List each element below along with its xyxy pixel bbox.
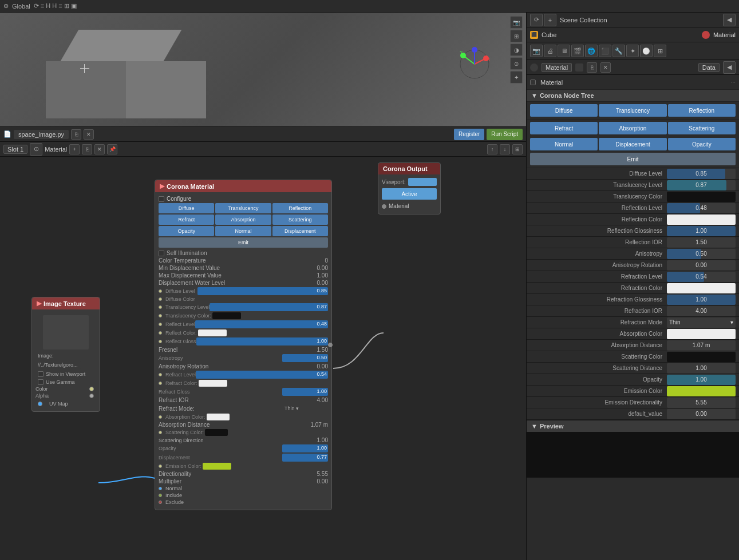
slot-icon[interactable]: ⊙ [30, 143, 42, 156]
props-icon-scene[interactable]: 🎬 [571, 45, 584, 57]
corona-diffuse-btn[interactable]: Diffuse [530, 104, 598, 117]
prop-reflection-ior-value[interactable]: 1.50 [667, 237, 736, 248]
props-panel[interactable]: 📷 🖨 🖥 🎬 🌐 ⬛ 🔧 ✦ ⚪ ⊞ Material ⎘ ✕ Data [527, 42, 739, 560]
vp-btn-grid[interactable]: ⊞ [510, 30, 523, 42]
prop-absorption-color-swatch[interactable] [667, 329, 736, 339]
mat-copy-btn[interactable]: ⎘ [587, 62, 597, 73]
scattering-btn[interactable]: Scattering [272, 215, 328, 225]
use-gamma-check[interactable] [38, 379, 44, 385]
prop-default-val-value[interactable]: 0.00 [667, 409, 736, 419]
view-btn-3[interactable]: ⊞ [512, 144, 523, 154]
view-btn-1[interactable]: ↑ [487, 144, 497, 154]
material-x[interactable]: ✕ [94, 144, 105, 154]
corona-scattering-btn[interactable]: Scattering [668, 122, 736, 134]
corona-translucency-btn[interactable]: Translucency [599, 104, 666, 117]
mat-expand-btn[interactable]: ◀ [723, 61, 736, 74]
props-icon-render[interactable]: 📷 [530, 45, 543, 57]
prop-reflection-gloss-value[interactable]: 1.00 [667, 226, 736, 236]
prop-refraction-mode-dropdown[interactable]: Thin ▾ [667, 317, 736, 328]
slot-selector[interactable]: Slot 1 [3, 145, 27, 154]
header-icon-1[interactable]: ⟳ [530, 14, 543, 26]
vp-btn-shading[interactable]: ◑ [510, 43, 523, 56]
script-tab[interactable]: space_image.py [14, 130, 69, 139]
prop-diffuse-level-value[interactable]: 0.85 [667, 169, 736, 179]
uv-socket[interactable] [38, 402, 42, 406]
refract-btn[interactable]: Refract [159, 215, 214, 225]
image-texture-node[interactable]: ▶ Image Texture Image: //../Texturelgoro… [31, 297, 100, 412]
header-icon-2[interactable]: + [544, 14, 556, 26]
alpha-socket[interactable] [89, 394, 94, 398]
props-icon-view[interactable]: 🖥 [558, 45, 570, 57]
corona-reflection-btn[interactable]: Reflection [668, 104, 736, 117]
prop-scattering-color-swatch[interactable] [667, 352, 736, 362]
color-temp-val[interactable]: 0 [325, 257, 328, 264]
material-socket[interactable] [382, 204, 386, 209]
reflection-btn[interactable]: Reflection [272, 203, 328, 213]
vp-btn-camera[interactable]: 📷 [510, 16, 523, 29]
preview-header[interactable]: ▼ Preview [527, 420, 739, 432]
image-path-val[interactable]: //../Texturelgoro... [38, 362, 78, 368]
material-out-socket[interactable] [328, 343, 333, 347]
mat-new-icon[interactable] [575, 63, 583, 72]
normal-btn[interactable]: Normal [215, 226, 271, 236]
prop-refraction-value[interactable]: 0.54 [667, 272, 736, 282]
prop-emission-color-swatch[interactable] [667, 386, 736, 396]
material-pin[interactable]: 📌 [107, 144, 117, 154]
prop-opacity-value[interactable]: 1.00 [667, 375, 736, 385]
props-icon-modifier[interactable]: 🔧 [612, 45, 625, 57]
material-check[interactable] [530, 80, 536, 85]
browse-btn[interactable] [80, 361, 88, 369]
node-editor[interactable]: Corona Output Viewport: Active [0, 157, 526, 560]
props-icon-particles[interactable]: ✦ [626, 45, 639, 57]
run-script-btn[interactable]: Run Script [487, 129, 523, 140]
diffuse-btn[interactable]: Diffuse [159, 203, 214, 213]
data-dropdown[interactable]: Data [698, 63, 720, 72]
prop-translucency-value[interactable]: 0.87 [667, 180, 736, 190]
script-close-btn[interactable]: ✕ [84, 129, 94, 140]
configure-checkbox[interactable] [159, 196, 164, 202]
prop-refraction-color-swatch[interactable] [667, 283, 736, 293]
props-icon-data[interactable]: ⊞ [654, 45, 666, 57]
material-duplicate[interactable]: ⎘ [82, 144, 92, 154]
corona-absorption-btn[interactable]: Absorption [599, 122, 666, 134]
props-icon-output[interactable]: 🖨 [544, 45, 556, 57]
corona-emit-btn[interactable]: Emit [530, 153, 736, 165]
props-icon-object[interactable]: ⬛ [599, 45, 611, 57]
props-icon-world[interactable]: 🌐 [585, 45, 598, 57]
collapse-btn-right[interactable]: ◀ [723, 14, 736, 26]
prop-aniso-rot-value[interactable]: 0.00 [667, 260, 736, 271]
corona-node-tree-header[interactable]: ▼ Corona Node Tree [527, 90, 739, 102]
corona-opacity-btn[interactable]: Opacity [668, 138, 736, 150]
displacement-btn[interactable]: Displacement [272, 226, 328, 236]
prop-translucency-color-swatch[interactable] [667, 192, 736, 202]
corona-normal-btn[interactable]: Normal [530, 138, 598, 150]
prop-reflection-value[interactable]: 0.48 [667, 203, 736, 213]
corona-material-node[interactable]: ▶ Corona Material Configure Diffuse Tran… [155, 180, 332, 510]
corona-refract-btn[interactable]: Refract [530, 122, 598, 134]
show-viewport-check[interactable] [38, 371, 44, 377]
prop-scattering-dist-value[interactable]: 1.00 [667, 363, 736, 374]
corona-output-node[interactable]: Corona Output Viewport: Active [378, 162, 441, 215]
register-btn[interactable]: Register [454, 129, 484, 140]
corona-displacement-btn[interactable]: Displacement [599, 138, 666, 150]
transform-mode[interactable]: Global [12, 3, 30, 10]
prop-anisotropy-value[interactable]: 0.50 [667, 249, 736, 259]
material-new[interactable]: + [69, 144, 80, 154]
prop-emission-dir-value[interactable]: 5.55 [667, 398, 736, 408]
view-btn-2[interactable]: ↓ [500, 144, 510, 154]
vp-btn-xray[interactable]: ✦ [510, 71, 523, 84]
script-copy-btn[interactable]: ⎘ [71, 129, 81, 140]
prop-reflection-color-swatch[interactable] [667, 215, 736, 225]
emit-btn[interactable]: Emit [159, 237, 328, 248]
props-icon-material[interactable]: ⚪ [640, 45, 653, 57]
mat-delete-btn[interactable]: ✕ [600, 62, 611, 73]
prop-refraction-ior-value[interactable]: 4.00 [667, 306, 736, 316]
prop-refraction-gloss-value[interactable]: 1.00 [667, 295, 736, 305]
mat-name-field[interactable]: Material [542, 63, 572, 72]
prop-absorption-dist-value[interactable]: 1.07 m [667, 340, 736, 351]
color-socket[interactable] [89, 387, 94, 391]
vp-btn-overlay[interactable]: ⊙ [510, 57, 523, 70]
opacity-btn[interactable]: Opacity [159, 226, 214, 236]
absorption-btn[interactable]: Absorption [215, 215, 271, 225]
translucency-btn[interactable]: Translucency [215, 203, 271, 213]
